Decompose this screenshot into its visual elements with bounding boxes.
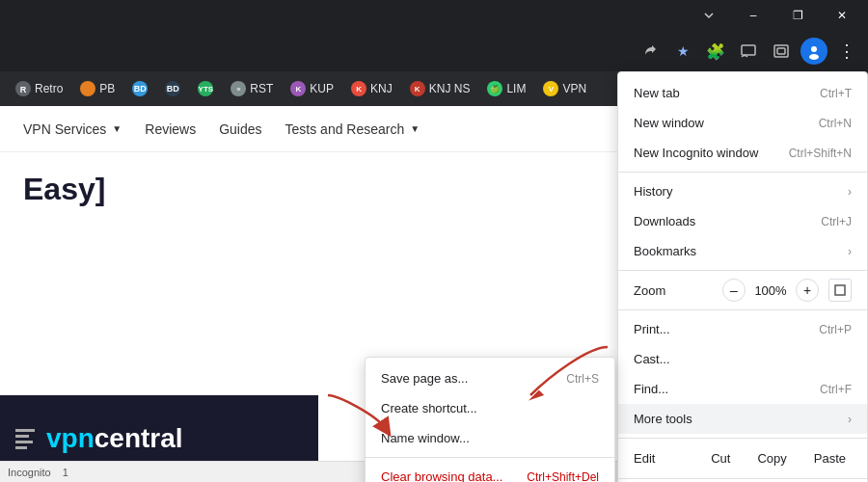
bookmark-yts[interactable]: YTS (190, 77, 221, 100)
svg-rect-8 (835, 285, 845, 295)
menu-bookmarks[interactable]: Bookmarks › (618, 236, 867, 266)
bookmark-rst[interactable]: ≡ RST (223, 77, 281, 100)
menu-cast[interactable]: Cast... (618, 344, 867, 374)
svg-rect-2 (777, 48, 785, 54)
minimize-button[interactable]: – (731, 0, 775, 31)
menu-divider-3 (618, 309, 867, 310)
maximize-button[interactable]: ❐ (775, 0, 820, 31)
title-bar: – ❐ ✕ (0, 0, 868, 31)
tab-count: 1 (63, 467, 68, 478)
svg-text:R: R (20, 85, 27, 94)
menu-divider-2 (618, 270, 867, 271)
profile-icon[interactable] (800, 38, 827, 65)
menu-new-incognito[interactable]: New Incognito window Ctrl+Shift+N (618, 138, 867, 168)
zoom-fullscreen-button[interactable] (828, 279, 852, 302)
menu-downloads[interactable]: Downloads Ctrl+J (618, 206, 867, 236)
context-divider-1 (366, 457, 614, 458)
edit-row: Edit Cut Copy Paste (618, 442, 867, 474)
context-menu: Save page as... Ctrl+S Create shortcut..… (365, 357, 615, 482)
context-save-page[interactable]: Save page as... Ctrl+S (366, 363, 614, 393)
bookmark-lim[interactable]: 🍏 LIM (479, 77, 533, 100)
bars-icon (15, 429, 35, 449)
svg-rect-1 (774, 45, 788, 57)
menu-print[interactable]: Print... Ctrl+P (618, 314, 867, 344)
context-create-shortcut[interactable]: Create shortcut... (366, 393, 614, 423)
zoom-plus-button[interactable]: + (796, 279, 819, 302)
screenshot-icon[interactable] (768, 38, 795, 65)
extension-icon[interactable]: 🧩 (702, 38, 729, 65)
menu-find[interactable]: Find... Ctrl+F (618, 374, 867, 404)
nav-guides[interactable]: Guides (219, 121, 261, 137)
zoom-row: Zoom – 100% + (618, 275, 867, 306)
edit-copy-button[interactable]: Copy (744, 446, 800, 470)
bookmark-retro[interactable]: R Retro (8, 77, 70, 100)
chevron-title-btn[interactable] (687, 0, 731, 31)
context-clear-browsing[interactable]: Clear browsing data... Ctrl+Shift+Del (366, 462, 614, 482)
bookmark-kup[interactable]: K KUP (283, 77, 341, 100)
edit-paste-button[interactable]: Paste (800, 446, 859, 470)
menu-more-tools[interactable]: More tools › (618, 404, 867, 434)
close-button[interactable]: ✕ (820, 0, 864, 31)
zoom-minus-button[interactable]: – (722, 279, 746, 302)
incognito-label: Incognito (8, 467, 51, 478)
bookmark-bd1[interactable]: BD (124, 77, 155, 100)
svg-point-4 (811, 46, 817, 52)
nav-reviews[interactable]: Reviews (145, 121, 196, 137)
zoom-value: 100% (751, 283, 790, 298)
nav-vpn-services[interactable]: VPN Services ▼ (23, 121, 122, 137)
menu-divider-5 (618, 478, 867, 479)
svg-point-5 (809, 54, 819, 60)
menu-icon[interactable]: ⋮ (833, 38, 860, 65)
browser-toolbar: ★ 🧩 ⋮ (0, 31, 868, 71)
bookmark-star-icon[interactable]: ★ (669, 38, 696, 65)
menu-divider-4 (618, 438, 867, 439)
bookmark-knj[interactable]: K KNJ (343, 77, 400, 100)
edit-cut-button[interactable]: Cut (697, 446, 744, 470)
menu-divider-1 (618, 172, 867, 173)
vpn-logo-text: vpncentral (46, 423, 183, 454)
menu-new-window[interactable]: New window Ctrl+N (618, 108, 867, 138)
dropdown-menu: New tab Ctrl+T New window Ctrl+N New Inc… (617, 71, 868, 482)
bookmark-vpn[interactable]: V VPN (535, 77, 594, 100)
bookmark-knjns[interactable]: K KNJ NS (402, 77, 478, 100)
zoom-controls: – 100% + (722, 279, 852, 302)
svg-rect-0 (742, 45, 755, 55)
nav-tests-research[interactable]: Tests and Research ▼ (285, 121, 420, 137)
bookmark-pb[interactable]: PB (72, 77, 122, 100)
bookmark-bd2[interactable]: BD (157, 77, 188, 100)
share-icon[interactable] (637, 38, 664, 65)
context-name-window[interactable]: Name window... (366, 423, 614, 453)
toolbar-icons: ★ 🧩 ⋮ (637, 38, 860, 65)
cast-icon[interactable] (735, 38, 762, 65)
menu-new-tab[interactable]: New tab Ctrl+T (618, 78, 867, 108)
menu-history[interactable]: History › (618, 176, 867, 206)
